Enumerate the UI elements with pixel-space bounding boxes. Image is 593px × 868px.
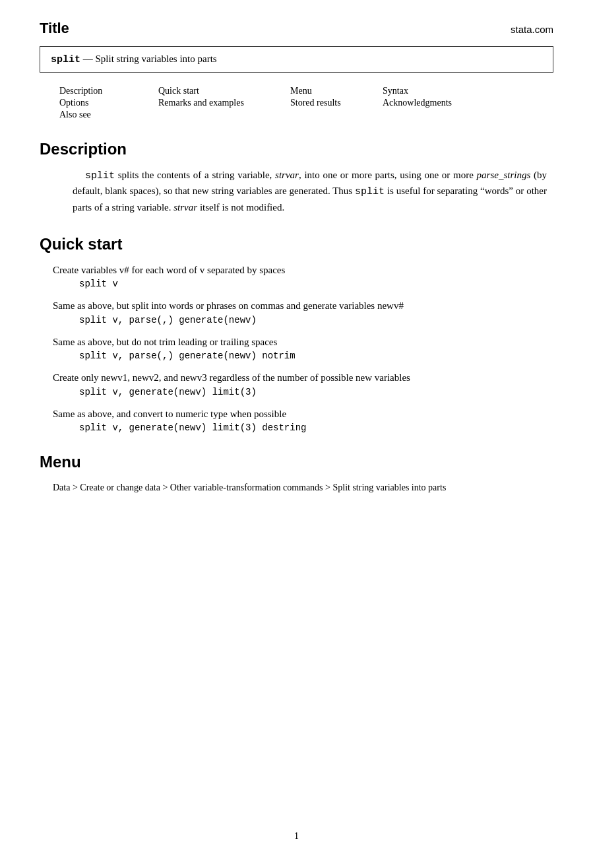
nav-also-see[interactable]: Also see	[59, 110, 158, 120]
title-separator: —	[83, 53, 96, 64]
qs-desc-4: Create only newv1, newv2, and newv3 rega…	[53, 372, 410, 383]
qs-item-4: Create only newv1, newv2, and newv3 rega…	[40, 370, 553, 397]
nav-menu[interactable]: Menu	[290, 86, 383, 96]
nav-remarks[interactable]: Remarks and examples	[158, 98, 290, 108]
qs-desc-5: Same as above, and convert to numeric ty…	[53, 409, 286, 419]
description-paragraph: split splits the contents of a string va…	[73, 168, 547, 215]
page-number: 1	[0, 831, 593, 842]
nav-options[interactable]: Options	[59, 98, 158, 108]
qs-code-1: split v	[79, 279, 553, 289]
site-label: stata.com	[511, 24, 553, 35]
qs-item-1: Create variables v# for each word of v s…	[40, 263, 553, 290]
strvar-italic: strvar	[275, 170, 299, 180]
qs-desc-2: Same as above, but split into words or p…	[53, 300, 404, 311]
parse-strings-italic: parse_strings	[477, 170, 531, 180]
nav-table: Description Quick start Menu Syntax Opti…	[59, 86, 553, 120]
qs-item-3: Same as above, but do not trim leading o…	[40, 335, 553, 362]
page-header: Title stata.com	[40, 20, 553, 37]
qs-desc-1: Create variables v# for each word of v s…	[53, 265, 285, 275]
qs-code-5: split v, generate(newv) limit(3) destrin…	[79, 422, 553, 433]
split-inline2: split	[355, 186, 385, 197]
nav-acknowledgments[interactable]: Acknowledgments	[383, 98, 515, 108]
quick-start-heading: Quick start	[40, 235, 553, 253]
description-section: Description split splits the contents of…	[40, 140, 553, 215]
qs-code-2: split v, parse(,) generate(newv)	[79, 315, 553, 325]
qs-code-4: split v, generate(newv) limit(3)	[79, 387, 553, 397]
nav-quick-start[interactable]: Quick start	[158, 86, 290, 96]
qs-desc-3: Same as above, but do not trim leading o…	[53, 337, 277, 347]
title-box: split — Split string variables into part…	[40, 46, 553, 73]
nav-syntax[interactable]: Syntax	[383, 86, 515, 96]
quick-start-section: Quick start Create variables v# for each…	[40, 235, 553, 434]
nav-stored-results[interactable]: Stored results	[290, 98, 383, 108]
page-title: Title	[40, 20, 69, 37]
title-description: Split string variables into parts	[96, 53, 217, 64]
menu-path: Data > Create or change data > Other var…	[53, 481, 553, 494]
strvar-italic2: strvar	[173, 202, 197, 213]
menu-section: Menu Data > Create or change data > Othe…	[40, 453, 553, 494]
nav-description[interactable]: Description	[59, 86, 158, 96]
qs-item-5: Same as above, and convert to numeric ty…	[40, 407, 553, 434]
menu-heading: Menu	[40, 453, 553, 471]
qs-code-3: split v, parse(,) generate(newv) notrim	[79, 351, 553, 361]
split-command-inline: split	[85, 170, 115, 182]
description-heading: Description	[40, 140, 553, 158]
qs-item-2: Same as above, but split into words or p…	[40, 298, 553, 325]
command-name: split	[51, 54, 80, 65]
